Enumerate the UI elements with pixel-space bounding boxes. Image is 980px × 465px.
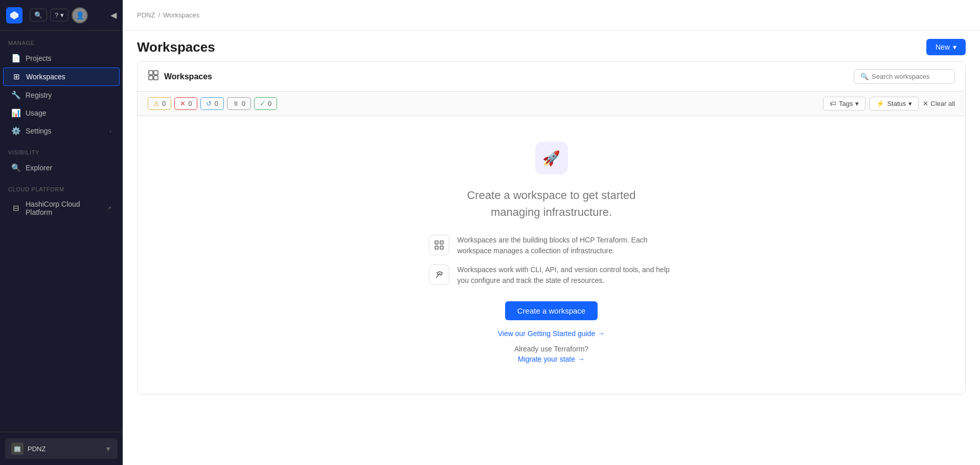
svg-rect-2 <box>154 71 158 75</box>
error-icon: ✕ <box>180 100 186 107</box>
external-link-icon: ↗ <box>107 205 111 212</box>
sidebar-header: 🔍 ? ▾ 👤 ◀ <box>0 0 123 31</box>
getting-started-arrow-icon: → <box>598 329 605 338</box>
sidebar-item-registry[interactable]: 🔧 Registry <box>3 86 120 104</box>
warning-count: 0 <box>162 100 166 107</box>
breadcrumb: PDNZ / Workspaces <box>137 11 199 19</box>
workspaces-card: Workspaces 🔍 ⚠ 0 ✕ 0 <box>137 61 966 394</box>
settings-chevron-icon: › <box>109 128 111 134</box>
sidebar-item-usage[interactable]: 📊 Usage <box>3 104 120 122</box>
content-area: Workspaces 🔍 ⚠ 0 ✕ 0 <box>123 61 980 465</box>
sidebar-item-explorer-label: Explorer <box>26 164 52 172</box>
getting-started-link[interactable]: View our Getting Started guide → <box>498 329 605 338</box>
feature-item-1: Workspaces work with CLI, API, and versi… <box>429 264 674 286</box>
new-button[interactable]: New ▾ <box>926 39 966 55</box>
org-selector[interactable]: 🏢 PDNZ ▼ <box>5 438 118 459</box>
logo-icon[interactable] <box>6 7 22 24</box>
info-icon: ↺ <box>206 100 212 107</box>
sidebar-item-workspaces[interactable]: ⊞ Workspaces <box>3 68 120 86</box>
page-title-row: Workspaces New ▾ <box>123 31 980 61</box>
migrate-state-label: Migrate your state <box>518 355 575 363</box>
avatar-button[interactable]: 👤 <box>72 7 88 24</box>
warning-icon: ⚠ <box>153 100 159 107</box>
filter-warning[interactable]: ⚠ 0 <box>148 97 171 110</box>
empty-state-title: Create a workspace to get started managi… <box>467 187 635 220</box>
clear-all-button[interactable]: ✕ Clear all <box>923 100 955 107</box>
workspaces-card-title: Workspaces <box>148 70 212 83</box>
top-bar: PDNZ / Workspaces <box>123 0 980 31</box>
getting-started-label: View our Getting Started guide <box>498 329 595 338</box>
tags-filter-label: Tags <box>839 100 853 107</box>
new-button-label: New <box>936 43 950 51</box>
create-workspace-label: Create a workspace <box>517 306 585 315</box>
feature-item-0: Workspaces are the building blocks of HC… <box>429 235 674 256</box>
tags-chevron-icon: ▾ <box>855 100 859 107</box>
hashicorp-icon: ⊟ <box>11 204 20 213</box>
collapse-sidebar-button[interactable]: ◀ <box>110 10 117 20</box>
visibility-section-label: Visibility <box>0 140 123 159</box>
breadcrumb-parent[interactable]: PDNZ <box>137 11 155 19</box>
sidebar-item-usage-label: Usage <box>26 109 46 117</box>
rocket-icon-wrapper: 🚀 <box>535 142 568 174</box>
manage-section-label: Manage <box>0 31 123 49</box>
clear-all-x-icon: ✕ <box>923 100 928 107</box>
search-button[interactable]: 🔍 <box>30 9 47 21</box>
feature-icon-workspaces <box>429 235 449 255</box>
header-icons: 🔍 ? ▾ 👤 <box>30 7 88 24</box>
sidebar-item-hashicorp[interactable]: ⊟ HashiCorp Cloud Platform ↗ <box>3 196 120 220</box>
sidebar-item-workspaces-label: Workspaces <box>26 73 65 81</box>
settings-icon: ⚙️ <box>11 126 20 136</box>
filter-pills: ⚠ 0 ✕ 0 ↺ 0 ⏸ 0 <box>148 97 277 110</box>
filter-actions: 🏷 Tags ▾ ⚡ Status ▾ ✕ Clear all <box>823 97 955 110</box>
cloud-platform-section-label: Cloud Platform <box>0 177 123 195</box>
filter-info[interactable]: ↺ 0 <box>200 97 223 110</box>
search-input[interactable] <box>872 73 948 80</box>
svg-rect-5 <box>435 241 438 244</box>
feature-text-1: Workspaces work with CLI, API, and versi… <box>458 264 674 286</box>
workspaces-card-header: Workspaces 🔍 <box>138 62 965 92</box>
sidebar-item-projects-label: Projects <box>26 54 52 62</box>
sidebar-item-registry-label: Registry <box>26 91 52 99</box>
workspaces-card-icon <box>148 70 159 83</box>
tags-filter-dropdown[interactable]: 🏷 Tags ▾ <box>823 97 865 110</box>
workspaces-card-label: Workspaces <box>164 72 212 81</box>
sidebar-item-projects[interactable]: 📄 Projects <box>3 50 120 67</box>
cloud-platform-section: Cloud Platform ⊟ HashiCorp Cloud Platfor… <box>0 177 123 221</box>
clear-all-label: Clear all <box>930 100 955 107</box>
status-filter-icon: ⚡ <box>876 100 884 107</box>
status-chevron-icon: ▾ <box>908 100 912 107</box>
create-workspace-button[interactable]: Create a workspace <box>505 301 598 320</box>
org-chevron-icon: ▼ <box>105 445 111 453</box>
feature-icon-tools <box>429 264 449 285</box>
rocket-icon: 🚀 <box>542 150 560 167</box>
sidebar-footer: 🏢 PDNZ ▼ <box>0 432 123 465</box>
migrate-arrow-icon: → <box>578 355 585 363</box>
search-box[interactable]: 🔍 <box>854 69 955 84</box>
workspaces-icon: ⊞ <box>12 72 21 81</box>
svg-rect-8 <box>440 246 443 249</box>
explorer-icon: 🔍 <box>11 163 20 172</box>
feature-list: Workspaces are the building blocks of HC… <box>429 235 674 286</box>
filter-success[interactable]: ✓ 0 <box>254 97 277 110</box>
main-content: PDNZ / Workspaces Workspaces New ▾ Works… <box>123 0 980 465</box>
help-icon: ? <box>55 11 58 19</box>
status-filter-dropdown[interactable]: ⚡ Status ▾ <box>870 97 919 110</box>
sidebar-item-explorer[interactable]: 🔍 Explorer <box>3 159 120 176</box>
manage-section: Manage 📄 Projects ⊞ Workspaces 🔧 Registr… <box>0 31 123 140</box>
tag-icon: 🏷 <box>830 100 836 107</box>
sidebar-item-settings-label: Settings <box>26 127 52 135</box>
search-box-icon: 🔍 <box>860 73 869 80</box>
status-filters: ⚠ 0 ✕ 0 ↺ 0 ⏸ 0 <box>138 92 965 116</box>
svg-marker-0 <box>10 11 18 19</box>
sidebar-item-settings[interactable]: ⚙️ Settings › <box>3 122 120 140</box>
paused-count: 0 <box>242 100 245 107</box>
breadcrumb-current: Workspaces <box>163 11 199 19</box>
migrate-state-link[interactable]: Migrate your state → <box>518 355 585 363</box>
status-filter-label: Status <box>887 100 906 107</box>
filter-error[interactable]: ✕ 0 <box>174 97 197 110</box>
filter-paused[interactable]: ⏸ 0 <box>227 97 251 110</box>
help-button[interactable]: ? ▾ <box>50 9 69 21</box>
sidebar: 🔍 ? ▾ 👤 ◀ Manage 📄 Projects ⊞ Workspaces… <box>0 0 123 465</box>
error-count: 0 <box>188 100 192 107</box>
org-icon: 🏢 <box>11 442 24 455</box>
